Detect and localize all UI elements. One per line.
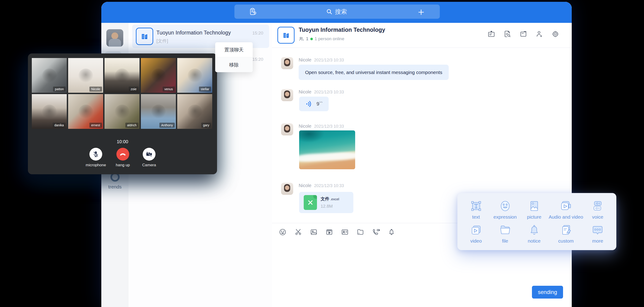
voice-bubbles-icon: [591, 200, 604, 212]
participant-grid: patton Nicole zoie venus stellar danika …: [32, 58, 213, 129]
feature-file[interactable]: file: [490, 222, 520, 246]
plus-icon[interactable]: ＋: [416, 7, 426, 16]
conversation-time: 15:20: [252, 31, 263, 36]
feature-text[interactable]: text: [462, 198, 490, 222]
menu-item-remove[interactable]: 移除: [215, 57, 253, 72]
conversation-last-message: [文件]: [156, 38, 168, 44]
microphone-control: microphone: [83, 148, 108, 167]
video-call-overlay: patton Nicole zoie venus stellar danika …: [28, 53, 217, 174]
participant-tile: zoie: [104, 58, 140, 93]
notice-bell-icon: [528, 224, 541, 236]
message-time: 2021/12/3 10:33: [314, 90, 344, 94]
video-play-icon: [470, 224, 482, 236]
sidebar-item-trends[interactable]: trends: [101, 172, 128, 190]
participant-name: ernest: [90, 123, 102, 128]
message-bubble[interactable]: Open source, free, and universal instant…: [299, 65, 449, 80]
contact-card-icon[interactable]: [341, 228, 349, 236]
participant-name: zoie: [129, 87, 138, 92]
feature-more[interactable]: more: [583, 222, 612, 246]
image-message-beach[interactable]: [299, 130, 355, 169]
feature-panel: text expression Audio and video pic: [458, 193, 616, 250]
pinboard-icon[interactable]: [488, 30, 495, 38]
avatar[interactable]: [281, 183, 293, 195]
feature-custom[interactable]: custom: [549, 222, 583, 246]
control-label: Camera: [136, 163, 162, 167]
settings-gear-icon[interactable]: [552, 30, 559, 38]
conversation-context-menu: 置顶聊天 移除: [215, 42, 253, 72]
voice-wave-icon: [305, 100, 313, 108]
member-count: 1: [306, 36, 308, 41]
avatar[interactable]: [281, 123, 293, 135]
hangup-control: hang up: [110, 148, 136, 167]
audio-video-icon: [560, 200, 572, 212]
sender-name: Nicole2021/12/3 10:33: [299, 124, 344, 129]
voice-message-bubble[interactable]: 9``: [299, 97, 329, 111]
trends-label: trends: [101, 184, 128, 190]
avatar[interactable]: [281, 57, 293, 69]
file-message-card[interactable]: ✕ 文件.excel 12.8M: [299, 192, 353, 213]
camera-muted-button[interactable]: [143, 148, 156, 161]
video-call-icon[interactable]: [372, 228, 380, 236]
online-status: 1 person online: [315, 36, 344, 41]
sender-name: Nicole2021/12/3 10:33: [299, 89, 344, 95]
voice-duration: 9``: [316, 101, 323, 107]
participant-name: patton: [53, 87, 66, 92]
message-time: 2021/12/3 10:33: [314, 124, 344, 129]
message-time: 2021/12/3 10:33: [314, 58, 344, 62]
feature-label: text: [472, 214, 480, 220]
file-tab-icon[interactable]: [520, 30, 527, 38]
participant-tile: Nicole: [68, 58, 103, 93]
mic-muted-button[interactable]: [90, 148, 102, 161]
feature-label: Audio and video: [549, 214, 583, 220]
picture-icon: [528, 200, 541, 212]
chat-header: Tuoyun Information Technology 1 1 person…: [272, 23, 572, 48]
user-avatar[interactable]: [106, 29, 123, 47]
message-time: 2021/12/3 10:33: [314, 183, 344, 188]
members-icon: [299, 36, 304, 41]
feature-notice[interactable]: notice: [520, 222, 549, 246]
camera-control: Camera: [136, 148, 162, 167]
hangup-icon: [119, 150, 127, 158]
more-dots-icon: [591, 224, 604, 236]
participant-tile: gary: [177, 94, 212, 129]
page-canvas: { "topbar": { "search_label": "搜索", "ico…: [0, 0, 644, 307]
feature-label: notice: [528, 238, 541, 244]
add-member-icon[interactable]: [536, 30, 543, 38]
call-timer: 10:00: [28, 139, 217, 144]
menu-item-pin-chat[interactable]: 置顶聊天: [215, 42, 253, 57]
feature-expression[interactable]: expression: [490, 198, 520, 222]
screenshot-scissors-icon[interactable]: [294, 228, 302, 236]
video-clip-icon[interactable]: [326, 228, 333, 236]
feature-label: picture: [527, 214, 541, 220]
hangup-button[interactable]: [116, 148, 129, 161]
participant-tile: aldrich: [104, 94, 140, 129]
participant-name: gary: [201, 123, 211, 128]
top-bar: 搜索 ＋: [101, 2, 572, 23]
search-label: 搜索: [335, 8, 347, 16]
avatar[interactable]: [281, 89, 293, 101]
participant-name: venus: [162, 87, 175, 92]
search-icon: [326, 8, 333, 15]
participant-name: aldrich: [125, 123, 138, 128]
chat-history-search-icon[interactable]: [504, 30, 511, 38]
send-button[interactable]: sending: [532, 286, 563, 299]
call-record-icon[interactable]: [248, 7, 257, 16]
feature-video[interactable]: video: [462, 222, 490, 246]
participant-name: Anthony: [160, 123, 175, 128]
feature-picture[interactable]: Audio and video picture: [520, 198, 549, 222]
participant-tile: stellar: [177, 58, 212, 93]
folder-icon[interactable]: [356, 228, 364, 236]
feature-label: custom: [558, 238, 574, 244]
feature-audio-video[interactable]: Audio and video: [549, 198, 583, 222]
emoji-icon[interactable]: [279, 228, 286, 236]
picture-icon[interactable]: [310, 228, 318, 236]
feature-label: video: [470, 238, 482, 244]
notice-bell-icon[interactable]: [388, 228, 396, 236]
search-field[interactable]: 搜索: [326, 8, 347, 16]
participant-tile: Anthony: [141, 94, 176, 129]
organization-building-icon: [278, 27, 294, 44]
search-bar[interactable]: 搜索 ＋: [234, 4, 440, 19]
file-size: 12.8M: [321, 204, 333, 209]
feature-voice[interactable]: voice: [583, 198, 612, 222]
chat-panel: Tuoyun Information Technology 1 1 person…: [272, 23, 572, 307]
